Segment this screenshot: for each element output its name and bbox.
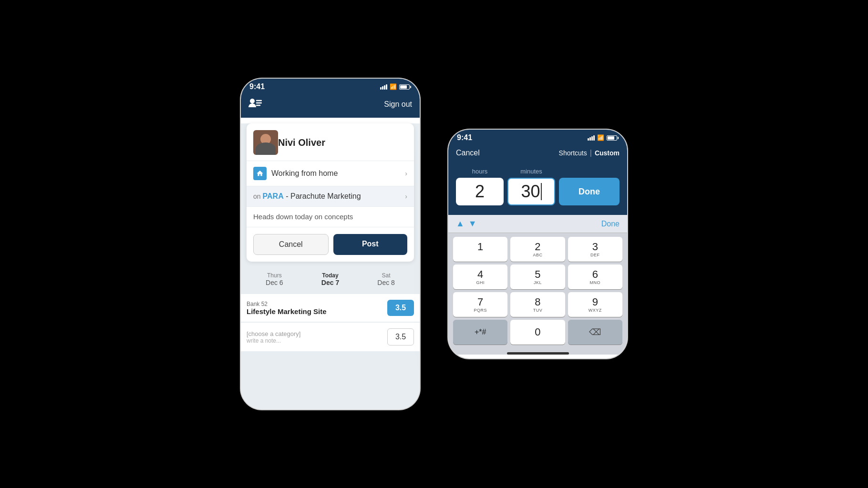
status-icons-2: 📶 bbox=[588, 134, 619, 141]
note-row: Heads down today on concepts bbox=[247, 207, 414, 227]
phone-1: 9:41 📶 bbox=[241, 79, 420, 409]
entry-project: Lifestyle Marketing Site bbox=[247, 307, 327, 315]
timer-badge-1[interactable]: 3.5 bbox=[387, 300, 414, 316]
shortcuts-button[interactable]: Shortcuts bbox=[559, 149, 587, 157]
location-label: Working from home bbox=[271, 169, 405, 178]
status-bar-2: 9:41 📶 bbox=[448, 130, 627, 145]
cancel-button-2[interactable]: Cancel bbox=[456, 149, 480, 157]
key-3[interactable]: 3 DEF bbox=[568, 237, 622, 262]
day-name-sat: Sat bbox=[377, 272, 395, 279]
key-letters-3: DEF bbox=[590, 253, 600, 257]
sign-out-button[interactable]: Sign out bbox=[384, 100, 412, 109]
key-5[interactable]: 5 JKL bbox=[510, 264, 565, 289]
home-indicator bbox=[507, 352, 569, 355]
phone2-header: Cancel Shortcuts | Custom bbox=[448, 145, 627, 163]
cal-day-today[interactable]: Today Dec 7 bbox=[321, 272, 339, 286]
key-letters-4: GHI bbox=[476, 280, 485, 285]
key-symbols[interactable]: +*# bbox=[453, 320, 507, 345]
key-6[interactable]: 6 MNO bbox=[568, 264, 622, 289]
svg-point-0 bbox=[250, 99, 255, 103]
user-name: Nivi Oliver bbox=[278, 137, 325, 148]
home-icon bbox=[256, 170, 264, 177]
arrow-up-button[interactable]: ▲ bbox=[456, 219, 465, 229]
hours-field[interactable]: 2 bbox=[456, 178, 504, 205]
key-num-2: 2 bbox=[535, 242, 540, 252]
key-num-7: 7 bbox=[477, 297, 483, 307]
project-label: PARA - Parachute Marketing bbox=[263, 192, 405, 201]
keyboard-section: 1 2 ABC 3 DEF 4 GHI 5 JKL bbox=[448, 233, 627, 355]
timer-entry-1[interactable]: Bank 52 Lifestyle Marketing Site 3.5 bbox=[241, 294, 420, 322]
key-symbols-label: +*# bbox=[475, 328, 486, 336]
cursor bbox=[541, 183, 542, 200]
key-4[interactable]: 4 GHI bbox=[453, 264, 507, 289]
cancel-button[interactable]: Cancel bbox=[253, 234, 329, 255]
home-icon-container bbox=[253, 167, 267, 180]
keyboard-toolbar: ▲ ▼ Done bbox=[448, 215, 627, 233]
hours-label: hours bbox=[456, 168, 504, 175]
timer-input-section: hours minutes 2 30 Done bbox=[448, 163, 627, 215]
dialog-card: Nivi Oliver Working from home › on bbox=[247, 123, 414, 262]
status-row-project[interactable]: on PARA - Parachute Marketing › bbox=[247, 186, 414, 207]
entry-category: [choose a category] bbox=[247, 330, 300, 337]
time-display-1: 9:41 bbox=[249, 82, 265, 91]
keyboard-grid: 1 2 ABC 3 DEF 4 GHI 5 JKL bbox=[448, 233, 627, 348]
keyboard-done-button[interactable]: Done bbox=[601, 220, 620, 228]
minutes-label: minutes bbox=[507, 168, 555, 175]
chevron-right-icon-2: › bbox=[405, 193, 407, 200]
action-buttons: Cancel Post bbox=[247, 227, 414, 262]
custom-button[interactable]: Custom bbox=[595, 149, 620, 157]
header-right: Shortcuts | Custom bbox=[559, 149, 620, 157]
key-8[interactable]: 8 TUV bbox=[510, 292, 565, 317]
key-7[interactable]: 7 PQRS bbox=[453, 292, 507, 317]
wifi-icon-1: 📶 bbox=[390, 83, 397, 90]
key-num-6: 6 bbox=[592, 269, 598, 280]
users-icon[interactable] bbox=[248, 98, 262, 111]
avatar bbox=[253, 130, 278, 155]
status-icons-1: 📶 bbox=[380, 83, 411, 90]
day-num-sat: Dec 8 bbox=[377, 279, 395, 286]
key-0[interactable]: 0 bbox=[510, 320, 565, 345]
status-row-location[interactable]: Working from home › bbox=[247, 161, 414, 186]
key-num-3: 3 bbox=[592, 242, 598, 252]
project-name: - Parachute Marketing bbox=[286, 192, 361, 200]
key-letters-9: WXYZ bbox=[589, 308, 602, 313]
battery-icon-1 bbox=[399, 84, 411, 90]
project-tag: PARA bbox=[263, 192, 284, 200]
key-num-9: 9 bbox=[592, 297, 598, 307]
key-delete[interactable]: ⌫ bbox=[568, 320, 622, 345]
timer-entry-2[interactable]: [choose a category] write a note... 3.5 bbox=[241, 323, 420, 352]
key-9[interactable]: 9 WXYZ bbox=[568, 292, 622, 317]
phone1-body: Nivi Oliver Working from home › on bbox=[241, 123, 420, 409]
signal-icon-1 bbox=[380, 84, 387, 90]
key-num-1: 1 bbox=[477, 242, 483, 252]
key-letters-7: PQRS bbox=[474, 308, 487, 313]
hours-value: 2 bbox=[475, 182, 485, 202]
key-2[interactable]: 2 ABC bbox=[510, 237, 565, 262]
key-letters-2: ABC bbox=[533, 253, 542, 257]
arrow-down-button[interactable]: ▼ bbox=[468, 219, 477, 229]
entry-info-2: [choose a category] write a note... bbox=[247, 330, 300, 344]
post-button[interactable]: Post bbox=[333, 234, 408, 255]
day-name-thurs: Thurs bbox=[266, 272, 283, 279]
cal-day-sat[interactable]: Sat Dec 8 bbox=[377, 272, 395, 286]
note-text: Heads down today on concepts bbox=[253, 213, 353, 221]
user-row: Nivi Oliver bbox=[247, 123, 414, 161]
phone1-header: Sign out bbox=[241, 94, 420, 118]
signal-icon-2 bbox=[588, 135, 595, 141]
key-letters-1 bbox=[480, 253, 481, 257]
minutes-field[interactable]: 30 bbox=[507, 178, 555, 205]
battery-icon-2 bbox=[607, 135, 619, 141]
timer-badge-2[interactable]: 3.5 bbox=[387, 328, 414, 346]
key-1[interactable]: 1 bbox=[453, 237, 507, 262]
key-num-5: 5 bbox=[535, 269, 540, 280]
kb-arrows: ▲ ▼ bbox=[456, 219, 477, 229]
day-name-today: Today bbox=[321, 272, 339, 279]
separator: | bbox=[590, 149, 592, 157]
time-display-2: 9:41 bbox=[457, 133, 472, 142]
timer-done-button[interactable]: Done bbox=[559, 178, 620, 205]
wifi-icon-2: 📶 bbox=[597, 134, 604, 141]
day-num-thurs: Dec 6 bbox=[266, 279, 283, 286]
cal-day-thurs[interactable]: Thurs Dec 6 bbox=[266, 272, 283, 286]
chevron-right-icon-1: › bbox=[405, 170, 407, 177]
key-letters-8: TUV bbox=[533, 308, 543, 313]
